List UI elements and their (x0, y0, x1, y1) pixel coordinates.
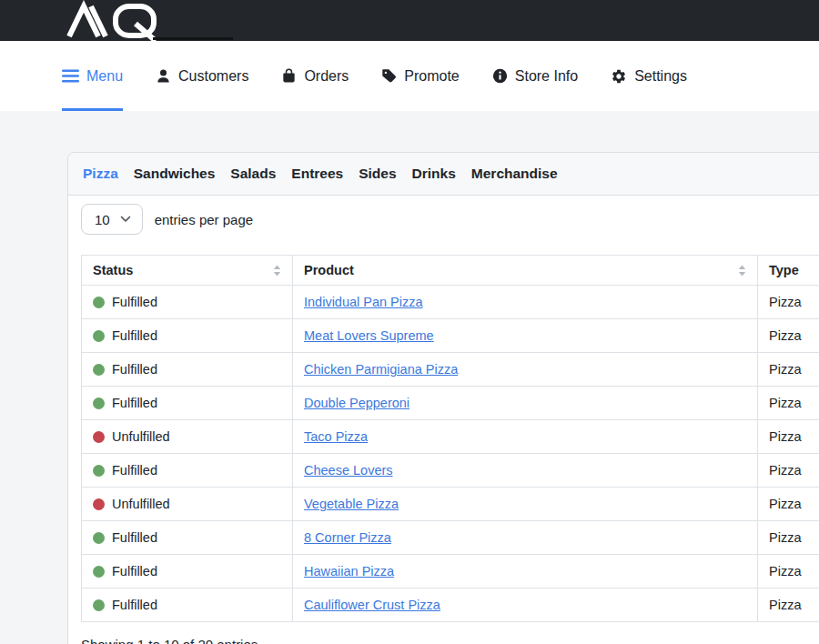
status-dot-icon (93, 431, 105, 443)
nav-item-orders[interactable]: Orders (281, 41, 349, 111)
status-dot-icon (93, 532, 105, 544)
table-row: Fulfilled Hawaiian Pizza Pizza (82, 555, 819, 589)
status-dot-icon (93, 465, 105, 477)
product-link[interactable]: Hawaiian Pizza (304, 564, 394, 579)
info-icon (492, 68, 508, 84)
gear-icon (611, 68, 627, 85)
product-link[interactable]: Cauliflower Crust Pizza (304, 598, 440, 612)
status-dot-icon (93, 297, 105, 308)
type-cell: Pizza (769, 396, 801, 410)
status-badge: Fulfilled (93, 328, 281, 343)
status-badge: Fulfilled (93, 463, 281, 478)
status-dot-icon (93, 498, 105, 510)
type-cell: Pizza (769, 530, 801, 545)
product-link[interactable]: Taco Pizza (304, 429, 368, 444)
product-link[interactable]: Vegetable Pizza (304, 497, 399, 511)
nav-item-store-info[interactable]: Store Info (492, 41, 578, 111)
product-link[interactable]: Cheese Lovers (304, 463, 393, 478)
tab-salads[interactable]: Salads (230, 166, 276, 182)
type-cell: Pizza (769, 497, 801, 511)
table-row: Unfulfilled Vegetable Pizza Pizza (82, 488, 819, 521)
status-dot-icon (93, 364, 105, 376)
top-bar (0, 0, 819, 41)
category-tabs: PizzaSandwichesSaladsEntreesSidesDrinksM… (68, 153, 819, 196)
type-cell: Pizza (769, 598, 801, 612)
person-icon (156, 68, 171, 84)
type-cell: Pizza (769, 295, 801, 309)
menu-card: PizzaSandwichesSaladsEntreesSidesDrinksM… (67, 152, 819, 644)
tag-icon (381, 68, 397, 84)
table-header-row: Status Product Type (82, 256, 819, 286)
tab-drinks[interactable]: Drinks (412, 166, 456, 182)
type-cell: Pizza (769, 463, 801, 478)
status-badge: Fulfilled (93, 598, 281, 612)
products-table: Status Product Type Fulfilled Individual… (81, 255, 819, 622)
sort-icon[interactable] (738, 265, 746, 277)
chevron-down-icon (120, 216, 131, 223)
table-body: Fulfilled Individual Pan Pizza Pizza Ful… (82, 286, 819, 622)
entries-per-page-select[interactable]: 10 (81, 204, 143, 235)
nav-item-promote[interactable]: Promote (381, 41, 459, 111)
nav-item-settings[interactable]: Settings (611, 41, 687, 111)
table-row: Fulfilled Cheese Lovers Pizza (82, 454, 819, 488)
card-body: 10 entries per page Status Product Type … (68, 196, 819, 644)
logo-underline (153, 37, 233, 40)
type-cell: Pizza (769, 362, 801, 377)
entries-per-page-label: entries per page (155, 212, 253, 227)
column-header-status[interactable]: Status (82, 256, 293, 286)
status-badge: Unfulfilled (93, 497, 281, 511)
product-link[interactable]: Meat Lovers Supreme (304, 328, 434, 343)
nav-item-customers[interactable]: Customers (156, 41, 248, 111)
nav-item-menu[interactable]: Menu (62, 41, 123, 111)
table-row: Fulfilled Individual Pan Pizza Pizza (82, 286, 819, 319)
entries-control: 10 entries per page (81, 204, 819, 235)
hamburger-icon (62, 69, 79, 83)
tab-entrees[interactable]: Entrees (291, 166, 343, 182)
status-badge: Fulfilled (93, 564, 281, 579)
table-row: Fulfilled 8 Corner Pizza Pizza (82, 521, 819, 555)
column-header-type[interactable]: Type (758, 256, 819, 286)
type-cell: Pizza (769, 429, 801, 444)
type-cell: Pizza (769, 328, 801, 343)
entries-per-page-value: 10 (95, 212, 110, 227)
status-dot-icon (93, 566, 105, 578)
page-content: PizzaSandwichesSaladsEntreesSidesDrinksM… (0, 111, 819, 644)
status-dot-icon (93, 397, 105, 409)
bag-icon (281, 68, 297, 84)
brand-logo (66, 3, 167, 39)
main-nav: Menu Customers Orders Promote Store Info… (0, 41, 819, 111)
table-row: Fulfilled Cauliflower Crust Pizza Pizza (82, 589, 819, 622)
status-badge: Fulfilled (93, 396, 281, 410)
status-badge: Unfulfilled (93, 429, 281, 444)
type-cell: Pizza (769, 564, 801, 579)
product-link[interactable]: Chicken Parmigiana Pizza (304, 362, 458, 377)
column-header-product[interactable]: Product (293, 256, 758, 286)
table-row: Fulfilled Double Pepperoni Pizza (82, 387, 819, 420)
status-badge: Fulfilled (93, 295, 281, 309)
product-link[interactable]: Double Pepperoni (304, 396, 410, 410)
product-link[interactable]: 8 Corner Pizza (304, 530, 391, 545)
sort-icon[interactable] (273, 265, 281, 277)
table-summary: Showing 1 to 10 of 20 entries (81, 637, 819, 644)
table-row: Unfulfilled Taco Pizza Pizza (82, 420, 819, 454)
product-link[interactable]: Individual Pan Pizza (304, 295, 423, 309)
tab-sandwiches[interactable]: Sandwiches (134, 166, 216, 182)
table-row: Fulfilled Meat Lovers Supreme Pizza (82, 319, 819, 353)
status-dot-icon (93, 330, 105, 342)
status-dot-icon (93, 599, 105, 611)
status-badge: Fulfilled (93, 530, 281, 545)
table-row: Fulfilled Chicken Parmigiana Pizza Pizza (82, 353, 819, 387)
tab-merchandise[interactable]: Merchandise (471, 166, 558, 182)
tab-pizza[interactable]: Pizza (83, 166, 118, 182)
tab-sides[interactable]: Sides (359, 166, 396, 182)
status-badge: Fulfilled (93, 362, 281, 377)
